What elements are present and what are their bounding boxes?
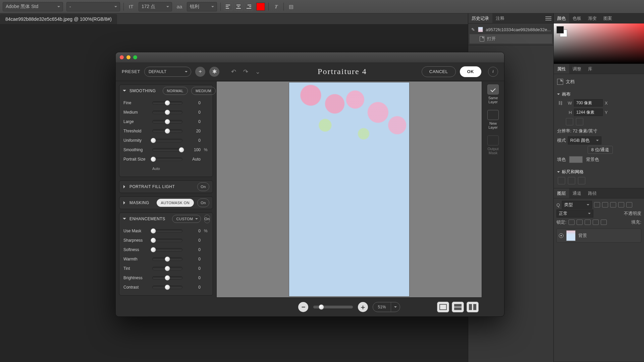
panel-menu-icon[interactable]: [545, 16, 551, 20]
orientation-portrait-icon[interactable]: [566, 118, 573, 125]
zoom-out-button[interactable]: −: [298, 302, 308, 312]
slider-track[interactable]: [152, 239, 182, 242]
font-family-select[interactable]: Adobe 黑体 Std: [3, 2, 63, 11]
output-new-layer-button[interactable]: [487, 110, 499, 120]
slider-track[interactable]: [152, 248, 182, 251]
slider-track[interactable]: [152, 276, 182, 280]
color-mode-select[interactable]: RGB 颜色: [568, 136, 601, 144]
slider-track[interactable]: [152, 139, 182, 142]
slider-track[interactable]: [152, 101, 182, 105]
layer-filter-select[interactable]: 类型: [562, 201, 592, 209]
window-close-icon[interactable]: [120, 55, 124, 59]
view-split-vertical-button[interactable]: [467, 302, 479, 312]
info-button[interactable]: i: [488, 67, 498, 77]
smoothing-mode-medium[interactable]: MEDIUM: [191, 87, 216, 95]
lock-all-icon[interactable]: [601, 220, 607, 225]
font-size-select[interactable]: 172 点: [139, 2, 172, 11]
undo-button[interactable]: ↶: [228, 67, 239, 76]
output-mask-button[interactable]: [487, 135, 499, 145]
blend-mode-select[interactable]: 正常: [556, 209, 593, 218]
guides-icon[interactable]: [578, 177, 585, 184]
tab-color[interactable]: 颜色: [554, 13, 569, 23]
history-dropdown[interactable]: ⌄: [252, 67, 263, 76]
zoom-in-button[interactable]: ＋: [358, 302, 368, 312]
lock-trans-icon[interactable]: [569, 220, 575, 225]
grid-icon[interactable]: [568, 177, 575, 184]
slider-track[interactable]: [152, 229, 182, 233]
font-style-select[interactable]: -: [66, 2, 120, 11]
tab-layers[interactable]: 图层: [554, 188, 569, 198]
layer-row[interactable]: 背景: [556, 229, 641, 243]
collapse-icon[interactable]: [123, 90, 126, 93]
slider-track[interactable]: [152, 129, 182, 133]
preset-select[interactable]: DEFAULT: [144, 67, 191, 77]
smoothing-mode-normal[interactable]: NORMAL: [163, 87, 188, 95]
lock-paint-icon[interactable]: [577, 220, 583, 225]
canvas-width-input[interactable]: [574, 99, 603, 107]
enhancements-preset-select[interactable]: CUSTOM: [172, 215, 201, 223]
add-preset-button[interactable]: ＋: [195, 67, 205, 77]
tab-paths[interactable]: 路径: [585, 188, 600, 198]
filter-text-icon[interactable]: [610, 202, 616, 207]
ok-button[interactable]: OK: [460, 66, 482, 77]
slider-track[interactable]: [152, 267, 182, 270]
slider-track[interactable]: [152, 158, 182, 161]
slider-track[interactable]: [152, 120, 182, 123]
char-panel-icon[interactable]: ▤: [287, 3, 295, 11]
filter-smart-icon[interactable]: [626, 202, 632, 207]
color-picker[interactable]: [554, 23, 644, 64]
tab-properties[interactable]: 属性: [554, 64, 569, 74]
document-tab[interactable]: 84cae992b88de32e5c654b.jpeg @ 100%(RGB/8…: [0, 14, 117, 24]
filter-pixel-icon[interactable]: [594, 202, 600, 207]
redo-button[interactable]: ↷: [240, 67, 251, 76]
tab-patterns[interactable]: 图案: [600, 13, 615, 23]
visibility-icon[interactable]: [559, 233, 564, 238]
slider-track[interactable]: [152, 286, 182, 289]
tab-adjustments[interactable]: 调整: [569, 64, 585, 74]
window-maximize-icon[interactable]: [133, 55, 137, 59]
tab-libraries[interactable]: 库: [585, 64, 596, 74]
preset-settings-button[interactable]: ✱: [209, 67, 219, 77]
section-canvas[interactable]: 画布: [562, 91, 571, 97]
tab-gradients[interactable]: 渐变: [585, 13, 600, 23]
canvas-height-input[interactable]: [574, 109, 603, 116]
expand-icon[interactable]: [123, 185, 127, 188]
lock-nest-icon[interactable]: [593, 220, 599, 225]
tab-channels[interactable]: 通道: [569, 188, 585, 198]
section-rulers[interactable]: 标尺和网格: [562, 169, 584, 175]
view-split-horizontal-button[interactable]: [452, 302, 464, 312]
slider-track[interactable]: [152, 111, 182, 114]
window-minimize-icon[interactable]: [126, 55, 130, 59]
filter-shape-icon[interactable]: [618, 202, 624, 207]
text-color-swatch[interactable]: [256, 3, 265, 11]
align-center-button[interactable]: [234, 3, 243, 11]
slider-track[interactable]: [152, 148, 182, 152]
chevron-down-icon[interactable]: [391, 306, 400, 308]
view-single-button[interactable]: [437, 302, 449, 312]
filter-adjust-icon[interactable]: [602, 202, 608, 207]
zoom-slider[interactable]: [313, 305, 353, 309]
bit-depth[interactable]: 8 位/通道: [588, 146, 613, 154]
fill-swatch[interactable]: [569, 156, 583, 163]
cancel-button[interactable]: CANCEL: [422, 66, 456, 77]
enhancements-toggle[interactable]: On: [204, 215, 210, 223]
output-same-layer-button[interactable]: [487, 84, 499, 95]
automask-button[interactable]: AUTOMASK ON: [157, 199, 194, 207]
fill-light-toggle[interactable]: On: [197, 182, 209, 191]
zoom-value[interactable]: 51%: [373, 302, 400, 312]
history-snapshot-row[interactable]: ✎ a9572fc10334cae992b88de32e...: [470, 25, 552, 34]
tab-notes[interactable]: 注释: [492, 13, 508, 23]
align-right-button[interactable]: [244, 3, 253, 11]
align-left-button[interactable]: [224, 3, 233, 11]
slider-track[interactable]: [152, 257, 182, 261]
antialias-select[interactable]: 锐利: [187, 2, 217, 11]
ruler-icon[interactable]: [558, 177, 565, 184]
warp-text-icon[interactable]: 𝑻: [272, 3, 280, 11]
collapse-icon[interactable]: [123, 218, 126, 221]
masking-toggle[interactable]: On: [197, 198, 209, 207]
history-row[interactable]: 打开: [470, 34, 552, 44]
link-icon[interactable]: ⛓: [557, 101, 563, 106]
lock-pos-icon[interactable]: [585, 220, 591, 225]
preview-viewport[interactable]: [216, 81, 482, 298]
tab-swatches[interactable]: 色板: [569, 13, 585, 23]
